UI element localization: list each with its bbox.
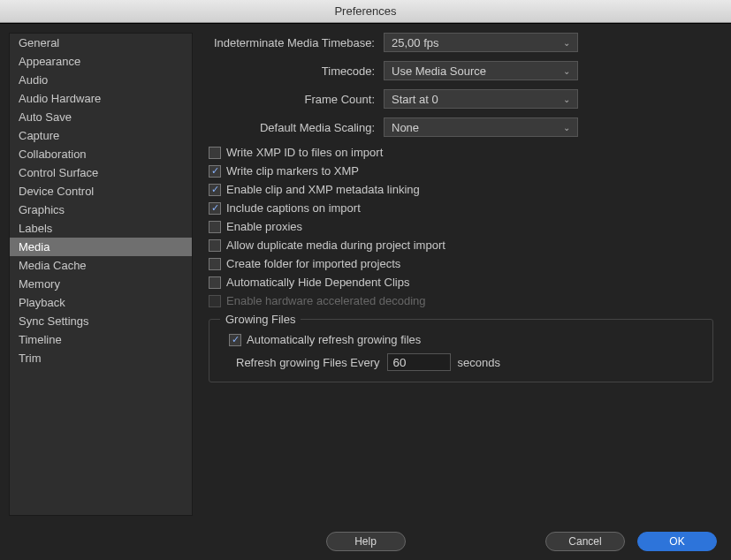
checkbox-2[interactable] [209, 184, 221, 196]
checkbox-6[interactable] [209, 258, 221, 270]
sidebar-item-trim[interactable]: Trim [10, 349, 192, 367]
checkbox-3[interactable] [209, 202, 221, 215]
dropdown-value: Start at 0 [392, 93, 438, 106]
sidebar-item-graphics[interactable]: Graphics [10, 201, 192, 219]
sidebar-item-timeline[interactable]: Timeline [10, 330, 192, 349]
preferences-window: GeneralAppearanceAudioAudio HardwareAuto… [0, 23, 731, 560]
sidebar-item-collaboration[interactable]: Collaboration [10, 145, 192, 163]
sidebar-item-auto-save[interactable]: Auto Save [10, 108, 192, 126]
chevron-down-icon: ⌄ [563, 95, 570, 104]
sidebar-item-general[interactable]: General [10, 34, 192, 52]
chevron-down-icon: ⌄ [563, 38, 570, 48]
refresh-interval-input[interactable] [387, 353, 451, 371]
checkbox-label-1: Write clip markers to XMP [226, 164, 359, 178]
checkbox-label-0: Write XMP ID to files on import [226, 146, 383, 159]
dropdown-2[interactable]: Start at 0⌄ [384, 89, 578, 109]
dropdown-3[interactable]: None⌄ [384, 117, 578, 137]
sidebar-item-control-surface[interactable]: Control Surface [10, 163, 192, 182]
sidebar-item-sync-settings[interactable]: Sync Settings [10, 312, 192, 330]
dropdown-value: Use Media Source [392, 64, 486, 78]
checkbox-4[interactable] [209, 221, 221, 233]
chevron-down-icon: ⌄ [563, 66, 570, 76]
checkbox-label-2: Enable clip and XMP metadata linking [226, 183, 420, 196]
refresh-interval-prefix: Refresh growing Files Every [236, 356, 380, 369]
category-sidebar: GeneralAppearanceAudioAudio HardwareAuto… [9, 33, 193, 516]
sidebar-item-appearance[interactable]: Appearance [10, 52, 192, 71]
dropdown-1[interactable]: Use Media Source⌄ [384, 61, 578, 80]
sidebar-item-media-cache[interactable]: Media Cache [10, 256, 192, 275]
help-button[interactable]: Help [326, 532, 406, 551]
sidebar-item-audio-hardware[interactable]: Audio Hardware [10, 89, 192, 108]
checkbox-8 [209, 295, 221, 307]
ok-button[interactable]: OK [637, 532, 717, 551]
auto-refresh-checkbox[interactable] [229, 334, 241, 346]
sidebar-item-device-control[interactable]: Device Control [10, 182, 192, 201]
sidebar-item-labels[interactable]: Labels [10, 219, 192, 238]
growing-files-group: Growing Files Automatically refresh grow… [209, 313, 713, 382]
chevron-down-icon: ⌄ [563, 123, 570, 132]
window-titlebar: Preferences [0, 0, 731, 23]
checkbox-label-7: Automatically Hide Dependent Clips [226, 276, 409, 289]
sidebar-item-memory[interactable]: Memory [10, 275, 192, 293]
dropdown-0[interactable]: 25,00 fps⌄ [384, 33, 578, 52]
dropdown-label: Frame Count: [209, 93, 384, 106]
dropdown-label: Timecode: [209, 64, 384, 78]
dropdown-label: Indeterminate Media Timebase: [209, 36, 384, 49]
dropdown-value: 25,00 fps [392, 36, 439, 49]
checkbox-label-6: Create folder for imported projects [226, 257, 400, 270]
growing-files-legend: Growing Files [220, 313, 301, 326]
sidebar-item-audio[interactable]: Audio [10, 71, 192, 89]
checkbox-7[interactable] [209, 276, 221, 289]
cancel-button[interactable]: Cancel [545, 532, 625, 551]
checkbox-label-3: Include captions on import [226, 201, 361, 215]
media-panel: Indeterminate Media Timebase:25,00 fps⌄T… [193, 33, 722, 516]
window-title: Preferences [334, 4, 396, 18]
checkbox-label-8: Enable hardware accelerated decoding [226, 294, 426, 307]
sidebar-item-playback[interactable]: Playback [10, 293, 192, 312]
checkbox-1[interactable] [209, 165, 221, 178]
dropdown-label: Default Media Scaling: [209, 121, 384, 134]
checkbox-label-5: Allow duplicate media during project imp… [226, 238, 445, 252]
sidebar-item-media[interactable]: Media [10, 238, 192, 256]
checkbox-5[interactable] [209, 239, 221, 252]
sidebar-item-capture[interactable]: Capture [10, 126, 192, 145]
dropdown-value: None [392, 121, 419, 134]
refresh-interval-suffix: seconds [458, 356, 500, 369]
checkbox-label-4: Enable proxies [226, 220, 302, 233]
checkbox-0[interactable] [209, 147, 221, 159]
auto-refresh-label: Automatically refresh growing files [247, 333, 421, 346]
